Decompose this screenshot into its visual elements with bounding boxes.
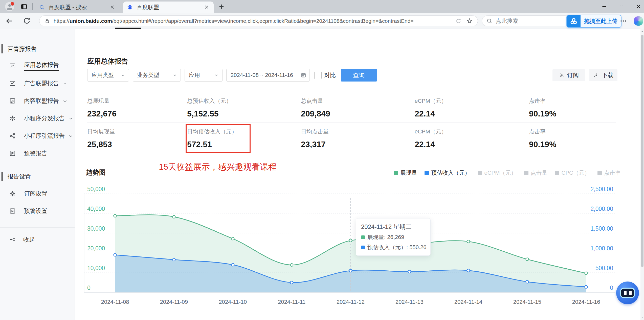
download-button[interactable]: 下载 [589,69,617,81]
sidebar-collapse-button[interactable]: 收起 [0,231,75,248]
x-axis-tick: 2024-11-16 [572,299,600,305]
sidebar-item-label: 内容联盟报告 [24,97,59,105]
sidebar-item-订阅设置[interactable]: 订阅设置 [0,185,75,202]
data-point-展现量[interactable] [231,237,234,240]
browser-tab-strip: 百度联盟 - 搜索百度联盟 [0,0,644,13]
sidebar-divider [0,227,75,228]
data-point-展现量[interactable] [114,214,117,217]
baidu-paw-icon [127,4,133,11]
new-tab-button[interactable] [218,3,225,10]
compare-option: 对比 [314,71,336,79]
upload-badge-label: 拖拽至此上传 [581,15,621,27]
tab-close-button[interactable] [109,4,116,11]
browser-toolbar: https://union.baidu.com/bqt/appco.html#/… [0,13,644,29]
search-icon [39,4,45,10]
scrollbar-thumb[interactable] [641,35,643,267]
data-point-预估收入（元）[interactable] [114,253,117,256]
tab-close-button[interactable] [204,4,210,11]
tooltip-swatch [361,246,365,249]
subscribe-label: 订阅 [567,71,579,79]
sidebar-item-小程序引流报告[interactable]: 小程序引流报告 [0,127,75,145]
browser-tab[interactable]: 百度联盟 - 搜索 [35,2,119,13]
data-point-预估收入（元）[interactable] [172,258,175,261]
right-axis-tick: 1,500.00 [590,225,613,232]
business-type-select[interactable]: 业务类型 [133,69,181,82]
data-point-预估收入（元）[interactable] [585,286,588,288]
refresh-icon [22,16,31,25]
refresh-button[interactable] [22,16,32,26]
close-icon [109,4,115,10]
data-point-预估收入（元）[interactable] [467,269,470,272]
compare-label: 对比 [324,71,336,79]
stat-label: 总点击量 [301,97,330,105]
copilot-icon[interactable] [634,16,643,26]
data-point-预估收入（元）[interactable] [408,270,411,273]
favorite-star-icon[interactable] [466,17,473,25]
tab-actions-icon[interactable] [20,3,28,10]
browser-window: 百度联盟 - 搜索百度联盟 https://union.baidu.com/bq… [0,0,644,320]
data-point-展现量[interactable] [172,215,175,218]
chevron-down-icon [121,73,125,77]
data-point-预估收入（元）[interactable] [231,263,234,266]
stat-value: 22.14 [415,140,447,149]
chevron-down-icon [62,81,68,86]
right-axis-tick: 1,000.00 [590,245,613,252]
browser-menu-button[interactable] [619,17,629,26]
compare-checkbox[interactable] [314,72,322,79]
back-button[interactable] [5,16,14,26]
data-point-展现量[interactable] [349,239,352,242]
tooltip-text: 预估收入（元）: 550.26 [367,244,427,251]
x-axis-tick: 2024-11-15 [513,299,541,305]
stat-label: eCPM（元） [415,128,447,135]
data-point-预估收入（元）[interactable] [290,281,293,284]
page-scrollbar[interactable] [640,29,644,320]
right-axis-tick: 500.00 [595,265,613,271]
sync-icon[interactable] [455,17,462,25]
stat-点击率: 点击率90.19% [529,97,557,118]
data-point-预估收入（元）[interactable] [526,280,529,283]
data-point-展现量[interactable] [585,272,588,275]
scroll-down-icon[interactable] [641,315,644,319]
stat-label: 点击率 [529,128,557,135]
date-range-input[interactable]: 2024-11-08 ~ 2024-11-16 [226,69,310,82]
sidebar-item-预警报告[interactable]: 预警报告 [0,145,75,162]
window-close-button[interactable] [633,2,643,11]
share-icon [9,132,16,139]
sidebar-item-小程序分发报告[interactable]: 小程序分发报告 [0,110,75,127]
left-axis-tick: 40,000 [87,206,105,212]
app-type-select[interactable]: 应用类型 [87,69,129,82]
data-point-展现量[interactable] [526,258,529,261]
back-icon [5,16,14,26]
filter-row: 应用类型 业务类型 应用 2024-11-08 ~ 2024-11-16 对比 [0,69,644,82]
browser-tab[interactable]: 百度联盟 [123,2,214,13]
profile-avatar[interactable] [5,2,14,11]
alert-report-icon [9,208,16,214]
mini-program-dispatch-icon [9,115,16,122]
annotation-text: 15天收益展示，感兴趣观看课程 [159,161,277,173]
app-select[interactable]: 应用 [185,69,223,82]
data-point-展现量[interactable] [290,264,293,266]
stat-label: 总预估收入（元） [187,97,232,105]
x-axis-tick: 2024-11-08 [101,299,129,305]
subscribe-button[interactable]: 订阅 [552,69,585,81]
sidebar-item-预警设置[interactable]: 预警设置 [0,202,75,220]
gear-icon [9,190,16,197]
app-label: 应用 [189,71,200,79]
scroll-up-icon[interactable] [641,30,644,33]
query-button[interactable]: 查询 [341,69,377,82]
window-minimize-button[interactable] [599,2,609,11]
stat-总预估收入（元）: 总预估收入（元）5,152.55 [187,97,232,118]
assistant-robot-button[interactable] [616,282,639,304]
quick-search-box[interactable]: 点此搜索 [482,15,571,26]
left-axis-tick: 10,000 [87,265,105,271]
url-text: https://union.baidu.com/bqt/appco.html#/… [54,18,455,24]
rss-icon [559,72,565,78]
chevron-down-icon [214,73,219,77]
sidebar-item-内容联盟报告[interactable]: 内容联盟报告 [0,92,75,110]
data-point-预估收入（元）[interactable] [349,269,352,272]
data-point-展现量[interactable] [467,240,470,243]
address-bar[interactable]: https://union.baidu.com/bqt/appco.html#/… [39,15,478,26]
window-maximize-button[interactable] [616,2,627,11]
stat-eCPM（元）: eCPM（元）22.14 [415,128,447,149]
netdisk-upload-badge[interactable]: 拖拽至此上传 [566,15,621,28]
